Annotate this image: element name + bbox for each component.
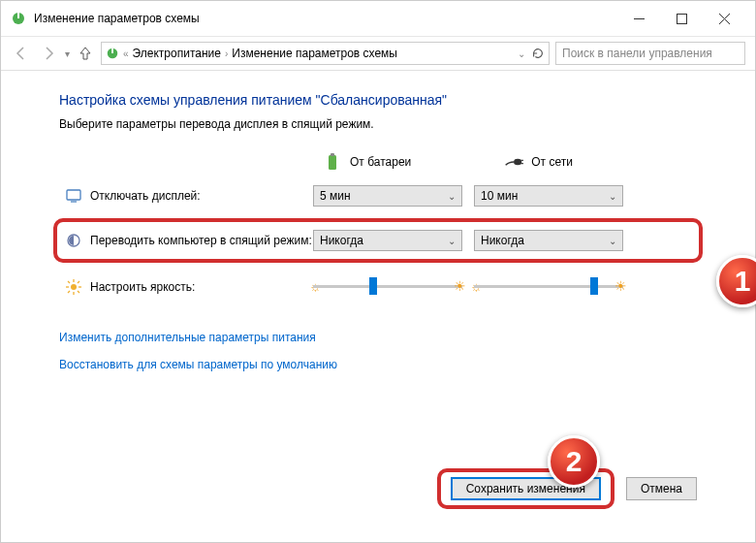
col-battery: От батареи <box>323 152 411 172</box>
search-placeholder: Поиск в панели управления <box>562 47 712 60</box>
navbar: ▾ « Электропитание › Изменение параметро… <box>1 36 755 71</box>
link-restore[interactable]: Восстановить для схемы параметры по умол… <box>59 358 697 371</box>
svg-rect-13 <box>67 190 80 200</box>
chevron-down-icon: ⌄ <box>448 236 456 246</box>
battery-icon <box>323 152 342 172</box>
svg-line-22 <box>78 291 79 293</box>
page-heading: Настройка схемы управления питанием "Сба… <box>59 92 697 108</box>
row-sleep: Переводить компьютер в спящий режим: Ник… <box>59 226 697 255</box>
col-ac: От сети <box>504 152 573 172</box>
svg-line-24 <box>68 291 70 293</box>
chevron-down-icon: ⌄ <box>609 191 616 202</box>
display-battery-dropdown[interactable]: 5 мин⌄ <box>313 185 462 207</box>
chevron-down-icon[interactable]: ⌄ <box>518 48 525 59</box>
svg-rect-7 <box>111 48 113 53</box>
svg-line-23 <box>78 281 79 283</box>
svg-line-21 <box>68 281 70 283</box>
annotation-badge-2: 2 <box>548 435 600 488</box>
links: Изменить дополнительные параметры питани… <box>59 331 697 371</box>
display-ac-dropdown[interactable]: 10 мин⌄ <box>474 185 623 207</box>
sleep-icon <box>65 232 82 249</box>
highlight-1: Переводить компьютер в спящий режим: Ник… <box>53 218 703 263</box>
back-button[interactable] <box>11 43 32 64</box>
row-brightness-label: Настроить яркость: <box>90 280 313 294</box>
svg-rect-1 <box>17 13 19 18</box>
display-icon <box>65 187 82 205</box>
content: Настройка схемы управления питанием "Сба… <box>1 71 755 542</box>
maximize-button[interactable] <box>660 4 703 33</box>
page-subheading: Выберите параметры перевода дисплея в сп… <box>59 117 697 131</box>
close-button[interactable] <box>703 4 745 33</box>
sleep-battery-dropdown[interactable]: Никогда⌄ <box>313 230 462 251</box>
minimize-button[interactable] <box>617 4 660 33</box>
breadcrumb-prev[interactable]: « <box>123 48 129 59</box>
chevron-right-icon: › <box>225 48 228 59</box>
search-input[interactable]: Поиск в панели управления <box>555 42 745 65</box>
row-brightness: Настроить яркость: ☼ ☀ ☼ ☀ <box>59 272 697 302</box>
up-button[interactable] <box>76 44 95 63</box>
chevron-down-icon: ⌄ <box>609 236 616 246</box>
window-title: Изменение параметров схемы <box>34 12 617 25</box>
plug-icon <box>504 152 523 172</box>
svg-rect-8 <box>329 155 336 170</box>
sun-large-icon: ☀ <box>454 278 466 294</box>
col-ac-label: От сети <box>531 155 573 169</box>
cancel-button[interactable]: Отмена <box>626 477 697 500</box>
brightness-ac-slider[interactable]: ☼ ☀ <box>474 276 623 298</box>
sleep-ac-dropdown[interactable]: Никогда⌄ <box>474 230 623 251</box>
svg-point-10 <box>514 159 521 166</box>
row-sleep-label: Переводить компьютер в спящий режим: <box>90 234 313 247</box>
forward-button[interactable] <box>38 43 59 64</box>
sun-large-icon: ☀ <box>614 278 627 294</box>
titlebar: Изменение параметров схемы <box>1 1 755 36</box>
brightness-icon <box>65 278 82 296</box>
brightness-battery-slider[interactable]: ☼ ☀ <box>313 276 462 298</box>
annotation-badge-1: 1 <box>716 255 756 307</box>
chevron-down-icon: ⌄ <box>448 191 456 202</box>
breadcrumb-seg1[interactable]: Электропитание <box>133 47 221 60</box>
history-dropdown[interactable]: ▾ <box>65 48 70 59</box>
breadcrumb-seg2[interactable]: Изменение параметров схемы <box>232 47 397 60</box>
svg-rect-9 <box>331 153 334 156</box>
breadcrumb-icon <box>106 47 119 60</box>
link-advanced[interactable]: Изменить дополнительные параметры питани… <box>59 331 697 344</box>
window: Изменение параметров схемы ▾ « Электропи… <box>0 0 756 543</box>
column-headers: От батареи От сети <box>323 152 697 172</box>
col-battery-label: От батареи <box>350 155 411 169</box>
svg-point-16 <box>71 284 77 290</box>
row-display-label: Отключать дисплей: <box>90 189 313 203</box>
svg-rect-3 <box>677 14 686 23</box>
refresh-button[interactable] <box>531 47 545 60</box>
row-display: Отключать дисплей: 5 мин⌄ 10 мин⌄ <box>59 181 697 210</box>
app-icon <box>11 11 26 26</box>
address-bar[interactable]: « Электропитание › Изменение параметров … <box>101 42 550 65</box>
